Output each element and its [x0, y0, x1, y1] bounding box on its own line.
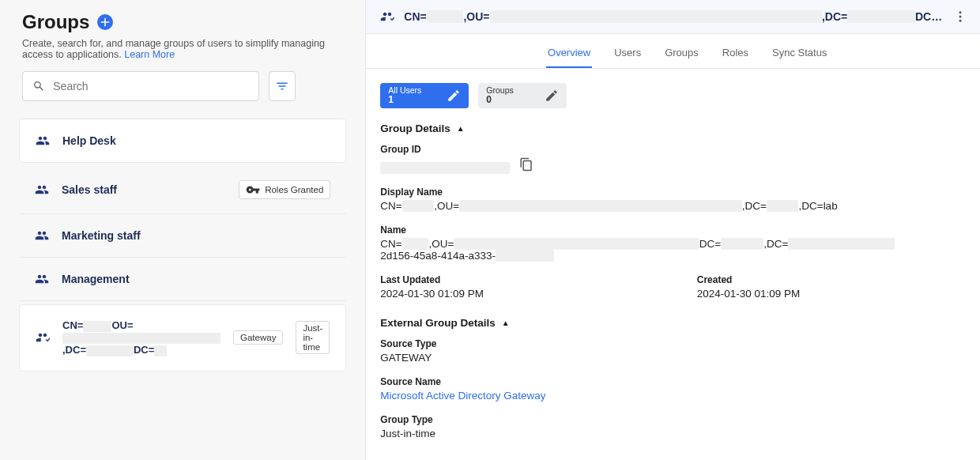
group-icon — [35, 272, 49, 286]
edit-all-users-button[interactable] — [447, 89, 461, 103]
chevron-up-icon: ▲ — [457, 124, 465, 133]
kebab-icon — [953, 9, 967, 24]
tab-groups[interactable]: Groups — [663, 42, 700, 68]
close-button[interactable] — [977, 8, 980, 25]
chevron-up-icon: ▲ — [502, 319, 510, 327]
group-row[interactable]: Management — [19, 258, 346, 301]
tag-gateway: Gateway — [233, 330, 283, 345]
field-group-type: Group Type Just-in-time — [380, 414, 980, 439]
roles-granted-badge: Roles Granted — [239, 180, 330, 199]
group-icon — [35, 183, 49, 197]
left-panel: Groups Create, search for, and manage gr… — [0, 0, 366, 460]
detail-title: CN=xxxxxx,OU=xxxxxxxxxxxxxxxxxxxxxxxxxxx… — [404, 10, 942, 23]
detail-tabs: Overview Users Groups Roles Sync Status — [366, 34, 980, 69]
page-subtitle: Create, search for, and manage groups of… — [22, 38, 343, 60]
learn-more-link[interactable]: Learn More — [124, 49, 175, 60]
group-row[interactable]: Marketing staff — [19, 214, 346, 258]
section-group-details[interactable]: Group Details ▲ — [380, 123, 980, 134]
tab-roles[interactable]: Roles — [721, 42, 750, 68]
field-created: Created 2024-01-30 01:09 PM — [697, 274, 980, 300]
search-icon — [32, 79, 45, 93]
tab-overview[interactable]: Overview — [546, 42, 592, 68]
group-icon — [36, 134, 50, 148]
stat-all-users[interactable]: All Users 1 — [380, 83, 469, 108]
key-icon — [246, 183, 260, 197]
group-id-value — [380, 162, 510, 174]
page-title: Groups — [22, 11, 89, 33]
copy-icon — [519, 157, 533, 172]
section-external-group-details[interactable]: External Group Details ▲ — [380, 317, 980, 329]
detail-header: CN=xxxxxx,OU=xxxxxxxxxxxxxxxxxxxxxxxxxxx… — [366, 0, 980, 34]
filter-button[interactable] — [269, 71, 296, 101]
stat-groups-value: 0 — [486, 95, 513, 105]
detail-body: All Users 1 Groups 0 Group Details ▲ — [366, 69, 980, 460]
add-group-button[interactable] — [97, 14, 113, 30]
search-input[interactable] — [53, 80, 249, 92]
svg-point-0 — [959, 11, 962, 13]
group-name: Sales staff — [62, 183, 117, 196]
field-source-name: Source Name Microsoft Active Directory G… — [380, 376, 980, 402]
group-name: Help Desk — [62, 134, 116, 147]
group-icon — [35, 228, 49, 243]
group-row-external[interactable]: CN=OU=,DC=DC= Gateway Just-in-time — [19, 304, 346, 371]
left-header: Groups Create, search for, and manage gr… — [0, 0, 365, 101]
tab-sync-status[interactable]: Sync Status — [771, 42, 828, 68]
source-name-link[interactable]: Microsoft Active Directory Gateway — [380, 390, 545, 402]
group-dn: CN=OU=,DC=DC= — [62, 319, 220, 356]
group-list: Help Desk Sales staff Roles Granted Mark… — [0, 119, 365, 375]
tag-jit: Just-in-time — [296, 321, 330, 354]
svg-point-1 — [959, 16, 962, 18]
svg-point-2 — [959, 20, 962, 22]
right-panel: CN=xxxxxx,OU=xxxxxxxxxxxxxxxxxxxxxxxxxxx… — [366, 0, 980, 460]
stat-all-users-value: 1 — [388, 95, 421, 105]
field-name: Name CN=xxxxx,OU=xxxxxxxxxxxxxxxxxxxxxxx… — [380, 224, 980, 262]
field-group-id: Group ID — [380, 144, 980, 174]
pencil-icon — [545, 89, 559, 103]
group-name: Management — [62, 273, 130, 285]
group-name: Marketing staff — [62, 229, 141, 242]
pencil-icon — [447, 89, 461, 103]
search-container — [22, 71, 259, 101]
field-display-name: Display Name CN=xxxxxx,OU=xxxxxxxxxxxxxx… — [380, 187, 980, 212]
more-options-button[interactable] — [952, 8, 969, 25]
copy-group-id-button[interactable] — [519, 157, 533, 174]
filter-icon — [275, 79, 289, 93]
plus-icon — [98, 15, 112, 29]
edit-groups-button[interactable] — [545, 89, 559, 103]
stat-groups[interactable]: Groups 0 — [478, 83, 567, 108]
external-group-icon — [380, 9, 394, 24]
tab-users[interactable]: Users — [612, 42, 643, 68]
group-row[interactable]: Sales staff Roles Granted — [19, 166, 346, 214]
external-group-icon — [36, 330, 50, 345]
field-last-updated: Last Updated 2024-01-30 01:09 PM — [380, 274, 677, 300]
group-row[interactable]: Help Desk — [19, 119, 346, 163]
field-source-type: Source Type GATEWAY — [380, 338, 980, 364]
stat-cards: All Users 1 Groups 0 — [380, 83, 980, 108]
